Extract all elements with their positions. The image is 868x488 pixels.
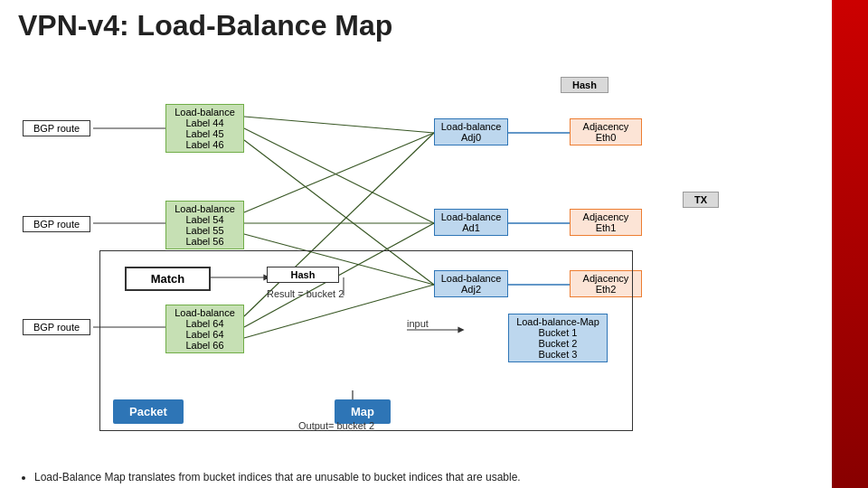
page-title: VPN-v4: Load-Balance Map xyxy=(0,0,868,47)
lb2-label1: Label 55 xyxy=(172,225,238,236)
eth1-label: Adjacency xyxy=(576,211,636,222)
eth0-sub: Eth0 xyxy=(576,132,636,143)
lb1-box: Load-balance Label 44 Label 45 Label 46 xyxy=(165,104,244,153)
eth0-label: Adjacency xyxy=(576,121,636,132)
adj1-title: Load-balance xyxy=(440,211,502,222)
bgp-route-2: BGP route xyxy=(23,216,90,232)
lb2-box: Load-balance Label 54 Label 55 Label 56 xyxy=(165,201,244,249)
bgp-route-1: BGP route xyxy=(23,120,90,136)
bullet-section: Load-Balance Map translates from bucket … xyxy=(18,471,561,483)
adj1-sub: Ad1 xyxy=(440,222,502,233)
svg-line-6 xyxy=(244,133,434,212)
lb1-label1: Label 45 xyxy=(172,128,238,139)
adj1-box: Load-balance Ad1 xyxy=(434,209,508,236)
red-bar xyxy=(832,0,868,488)
eth1-sub: Eth1 xyxy=(576,222,636,233)
bullet-item: Load-Balance Map translates from bucket … xyxy=(34,471,561,483)
hash-label: Hash xyxy=(561,77,609,93)
packet-button[interactable]: Packet xyxy=(113,399,184,424)
svg-line-3 xyxy=(244,117,434,133)
adj0-title: Load-balance xyxy=(440,121,502,132)
eth1-box: Adjacency Eth1 xyxy=(570,209,642,236)
lb1-label2: Label 46 xyxy=(172,139,238,150)
lb2-title: Load-balance xyxy=(172,203,238,214)
svg-line-4 xyxy=(244,128,434,223)
lb1-label0: Label 44 xyxy=(172,117,238,128)
lb1-title: Load-balance xyxy=(172,107,238,117)
lb2-label0: Label 54 xyxy=(172,214,238,225)
output-text: Output= bucket 2 xyxy=(298,420,374,431)
lb2-label2: Label 56 xyxy=(172,236,238,247)
adj0-box: Load-balance Adj0 xyxy=(434,118,508,145)
diagram-area: Hash TX BGP route Load-balance Label 44 … xyxy=(0,52,868,440)
tx-label: TX xyxy=(683,192,719,208)
eth0-box: Adjacency Eth0 xyxy=(570,118,642,145)
adj0-sub: Adj0 xyxy=(440,132,502,143)
bgp-route-3: BGP route xyxy=(23,319,90,335)
